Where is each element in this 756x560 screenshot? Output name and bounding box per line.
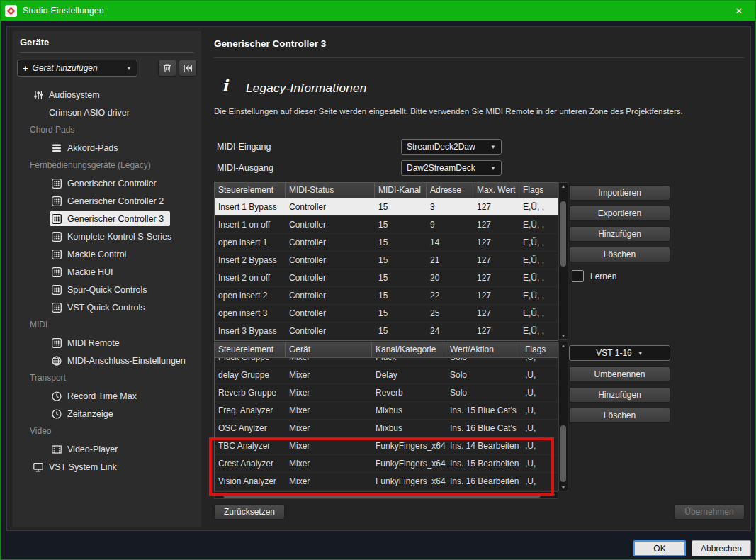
lower-table-hscrollbar[interactable]: ◄ ► (214, 491, 558, 499)
globe-icon (51, 355, 62, 366)
cell: ,U, (521, 366, 558, 383)
midi-input-select[interactable]: StreamDeck2Daw ▼ (401, 139, 502, 155)
table-row-insert-3-bypass[interactable]: Insert 3 BypassController1524127E,Ü, , (215, 323, 558, 340)
sidebar-item-generischer-controller[interactable]: Generischer Controller (13, 174, 201, 192)
sidebar-item-generischer-controller-2[interactable]: Generischer Controller 2 (13, 192, 201, 210)
table-row-freq-analyzer[interactable]: Freq. AnalyzerMixerMixbusIns. 15 Blue Ca… (215, 402, 558, 420)
tree-section-video: Video (13, 422, 201, 440)
add-assignment-button[interactable]: Hinzufügen (569, 387, 670, 403)
scrollbar-thumb[interactable] (223, 493, 541, 498)
upper-table-scrollbar[interactable]: ▲ ▼ (558, 182, 568, 340)
cell: 15 (375, 305, 427, 322)
column-header-midi-kanal[interactable]: MIDI-Kanal (375, 183, 427, 198)
scroll-up-icon[interactable]: ▲ (559, 184, 568, 189)
title-bar: Studio-Einstellungen ✕ (1, 1, 755, 21)
sidebar-item-midi-remote[interactable]: MIDI Remote (13, 334, 201, 352)
cell: FunkyFingers_x64 (372, 455, 446, 472)
column-header-flags[interactable]: Flags (521, 342, 559, 357)
delete-device-button[interactable] (158, 60, 176, 77)
reset-button[interactable]: Zurücksetzen (214, 504, 285, 520)
sidebar-item-record-time-max[interactable]: Record Time Max (13, 387, 201, 405)
cell: Vision Analyzer (215, 473, 286, 490)
scrollbar-thumb[interactable] (560, 425, 566, 482)
sidebar-item-midi-anschluss-einstellungen[interactable]: MIDI-Anschluss-Einstellungen (13, 352, 201, 369)
table-row-tbc-analyzer[interactable]: TBC AnalyzerMixerFunkyFingers_x64Ins. 14… (215, 437, 558, 455)
column-header-max-wert[interactable]: Max. Wert (473, 183, 519, 198)
collapse-all-icon (182, 62, 193, 74)
cell: 127 (473, 234, 519, 251)
table-row-reverb-gruppe[interactable]: Reverb GruppeMixerReverbSolo,U, (215, 384, 558, 402)
column-header-kanal-kategorie[interactable]: Kanal/Kategorie (372, 342, 446, 357)
add-device-dropdown[interactable]: + Gerät hinzufügen ▼ (17, 60, 137, 77)
sidebar-item-vst-quick-controls[interactable]: VST Quick Controls (13, 298, 201, 316)
column-header-midi-status[interactable]: MIDI-Status (286, 183, 375, 198)
table-row-vision-analyzer[interactable]: Vision AnalyzerMixerFunkyFingers_x64Ins.… (215, 473, 558, 491)
export-button[interactable]: Exportieren (569, 206, 670, 221)
cell: Ins. 15 Bearbeiten (446, 455, 521, 472)
delete-assignment-button[interactable]: Löschen (569, 408, 670, 423)
cell: Mixbus (372, 402, 446, 419)
column-header-flags[interactable]: Flags (519, 183, 559, 198)
sidebar-item-generischer-controller-3[interactable]: Generischer Controller 3 (13, 210, 201, 228)
cubase-app-icon (5, 5, 17, 17)
table-row-insert-2-bypass[interactable]: Insert 2 BypassController1521127E,Ü, , (215, 252, 558, 269)
column-header-wert-aktion[interactable]: Wert/Aktion (446, 342, 521, 357)
sidebar-item-zeitanzeige[interactable]: Zeitanzeige (13, 405, 201, 422)
sidebar-item-audiosystem[interactable]: Audiosystem (13, 86, 201, 103)
sidebar-item-mackie-hui[interactable]: Mackie HUI (13, 263, 201, 281)
vst-bank-select[interactable]: VST 1-16 ▼ (569, 345, 670, 361)
cell: 15 (375, 198, 427, 215)
sidebar-item-video-player[interactable]: Video-Player (13, 440, 201, 458)
column-header-steuerelement[interactable]: Steuerelement (215, 183, 286, 198)
learn-checkbox[interactable] (572, 270, 584, 282)
sidebar-item-komplete-kontrol-s-series[interactable]: Komplete Kontrol S-Series (13, 228, 201, 245)
sidebar-item-crimson-asio-driver[interactable]: Crimson ASIO driver (13, 103, 201, 121)
keypad-icon (51, 302, 62, 313)
table-row-osc-anylzer[interactable]: OSC AnylzerMixerMixbusIns. 16 Blue Cat's… (215, 420, 558, 437)
table-row-delay-gruppe[interactable]: delay GruppeMixerDelaySolo,U, (215, 366, 558, 384)
scroll-down-icon[interactable]: ▼ (559, 333, 568, 338)
delete-control-button[interactable]: Löschen (569, 247, 670, 262)
midi-controls-table: SteuerelementMIDI-StatusMIDI-KanalAdress… (214, 182, 558, 341)
add-control-button[interactable]: Hinzufügen (569, 226, 670, 242)
cell: E,Ü, , (519, 198, 558, 215)
scroll-left-icon[interactable]: ◄ (216, 492, 220, 498)
keypad-icon (51, 249, 62, 260)
tree-item-label: MIDI Remote (67, 338, 120, 348)
sidebar-item-vst-system-link[interactable]: VST System Link (13, 458, 201, 476)
sidebar-item-spur-quick-controls[interactable]: Spur-Quick Controls (13, 281, 201, 298)
scroll-up-icon[interactable]: ▲ (559, 343, 568, 348)
collapse-all-button[interactable] (179, 60, 197, 77)
tree-item-label: VST Quick Controls (67, 303, 145, 313)
ok-button[interactable]: OK (633, 540, 686, 556)
scroll-right-icon[interactable]: ► (552, 492, 556, 498)
column-header-gerät[interactable]: Gerät (286, 342, 372, 357)
table-row-open-insert-1[interactable]: open insert 1Controller1514127E,Ü, , (215, 234, 558, 252)
cell: Controller (286, 287, 375, 304)
column-header-adresse[interactable]: Adresse (427, 183, 473, 198)
midi-output-select[interactable]: Daw2StreamDeck ▼ (401, 160, 502, 176)
cell: Solo (446, 384, 521, 401)
lower-table-scrollbar[interactable]: ▲ ▼ (558, 342, 568, 491)
table-row-crest-analyzer[interactable]: Crest AnalyzerMixerFunkyFingers_x64Ins. … (215, 455, 558, 473)
sidebar-item-mackie-control[interactable]: Mackie Control (13, 245, 201, 263)
sidebar-item-akkord-pads[interactable]: Akkord-Pads (13, 139, 201, 157)
cancel-button[interactable]: Abbrechen (692, 540, 751, 556)
table-row-insert-2-on-off[interactable]: Insert 2 on offController1520127E,Ü, , (215, 269, 558, 287)
column-header-steuerelement[interactable]: Steuerelement (215, 342, 286, 357)
scrollbar-thumb[interactable] (560, 201, 566, 267)
apply-button[interactable]: Übernehmen (674, 504, 745, 520)
cell: Controller (286, 234, 375, 251)
close-button[interactable]: ✕ (727, 1, 751, 21)
table-row-pluck-gruppe[interactable]: Pluck GruppeMixerPluckSolo,U, (215, 358, 558, 366)
table-row-insert-1-bypass[interactable]: Insert 1 BypassController153127E,Ü, , (215, 198, 558, 216)
cell: 127 (473, 216, 519, 233)
cell: 15 (375, 287, 427, 304)
rename-button[interactable]: Umbenennen (569, 366, 670, 382)
chevron-down-icon: ▼ (638, 350, 643, 357)
scroll-down-icon[interactable]: ▼ (559, 485, 568, 490)
import-button[interactable]: Importieren (569, 185, 670, 201)
table-row-open-insert-2[interactable]: open insert 2Controller1522127E,Ü, , (215, 287, 558, 305)
table-row-insert-1-on-off[interactable]: Insert 1 on offController159127E,Ü, , (215, 216, 558, 234)
table-row-open-insert-3[interactable]: open insert 3Controller1525127E,Ü, , (215, 305, 558, 323)
